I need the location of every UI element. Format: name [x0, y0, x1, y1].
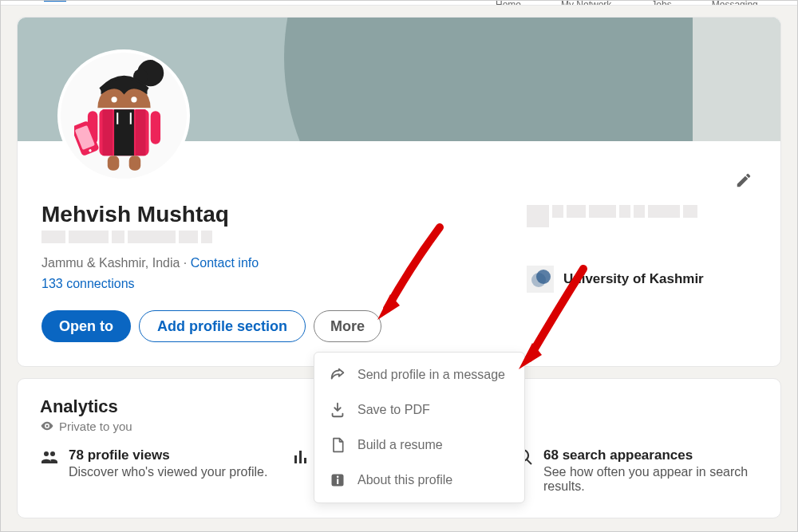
profile-card: Mehvish Mushtaq Jammu & Kashmir, India ·… — [17, 17, 781, 367]
private-label: Private to you — [59, 420, 132, 433]
location-row: Jammu & Kashmir, India · Contact info — [41, 256, 511, 270]
nav-home[interactable]: Home — [496, 0, 521, 6]
avatar-android-illustration — [74, 58, 174, 174]
location-text: Jammu & Kashmir, India — [41, 256, 180, 270]
dropdown-send-profile[interactable]: Send profile in a message — [314, 357, 524, 392]
add-profile-section-button[interactable]: Add profile section — [139, 310, 306, 342]
svg-rect-6 — [102, 109, 112, 156]
company-redacted — [527, 205, 758, 229]
share-arrow-icon — [329, 366, 346, 384]
action-button-row: Open to Add profile section More — [41, 310, 511, 342]
info-icon — [329, 471, 346, 489]
dropdown-save-pdf[interactable]: Save to PDF — [314, 392, 524, 428]
search-appearances-title: 68 search appearances — [543, 447, 758, 463]
svg-point-3 — [131, 97, 136, 102]
profile-right: University of Kashmir — [527, 202, 758, 342]
profile-views-sub: Discover who's viewed your profile. — [69, 465, 267, 479]
svg-rect-12 — [107, 156, 119, 171]
profile-views-title: 78 profile views — [69, 447, 267, 463]
open-to-button[interactable]: Open to — [41, 310, 131, 342]
document-icon — [329, 436, 346, 454]
dropdown-build-resume-label: Build a resume — [358, 438, 443, 452]
svg-rect-13 — [128, 156, 140, 171]
bar-chart-icon — [291, 447, 312, 494]
nav-jobs[interactable]: Jobs — [651, 0, 671, 6]
edit-profile-button[interactable] — [726, 163, 761, 198]
svg-rect-19 — [337, 479, 338, 484]
education-name: University of Kashmir — [563, 271, 704, 287]
education-row[interactable]: University of Kashmir — [527, 266, 758, 293]
top-nav: Home My Network Jobs Messaging — [1, 0, 797, 6]
eye-icon — [40, 419, 54, 433]
home-indicator — [44, 0, 66, 2]
cover-panel — [693, 18, 780, 141]
contact-info-link[interactable]: Contact info — [191, 256, 259, 270]
avatar-image — [61, 53, 187, 179]
avatar[interactable] — [57, 49, 190, 182]
separator: · — [180, 256, 190, 270]
search-appearances-sub: See how often you appear in search resul… — [543, 465, 758, 494]
svg-point-17 — [46, 425, 49, 428]
more-dropdown: Send profile in a message Save to PDF Bu… — [314, 352, 525, 503]
nav-network[interactable]: My Network — [561, 0, 611, 6]
svg-rect-7 — [136, 109, 145, 156]
profile-views-stat[interactable]: 78 profile views Discover who's viewed y… — [40, 447, 283, 494]
nav-messaging[interactable]: Messaging — [712, 0, 758, 6]
people-icon — [40, 447, 61, 494]
svg-point-20 — [337, 476, 339, 479]
dropdown-about-profile-label: About this profile — [358, 473, 452, 487]
search-appearances-stat[interactable]: 68 search appearances See how often you … — [515, 447, 758, 494]
profile-left: Mehvish Mushtaq Jammu & Kashmir, India ·… — [41, 202, 511, 342]
profile-name: Mehvish Mushtaq — [41, 202, 511, 227]
dropdown-send-profile-label: Send profile in a message — [358, 368, 505, 382]
pencil-icon — [735, 171, 753, 189]
education-logo — [527, 266, 554, 293]
svg-rect-9 — [150, 111, 160, 144]
more-button[interactable]: More — [314, 310, 381, 342]
dropdown-about-profile[interactable]: About this profile — [314, 463, 524, 498]
dropdown-build-resume[interactable]: Build a resume — [314, 428, 524, 463]
download-icon — [329, 401, 346, 419]
connections-link[interactable]: 133 connections — [41, 277, 511, 291]
svg-point-2 — [111, 97, 117, 102]
dropdown-save-pdf-label: Save to PDF — [358, 403, 430, 417]
cover-arc — [284, 18, 747, 141]
headline-redacted — [41, 231, 511, 248]
